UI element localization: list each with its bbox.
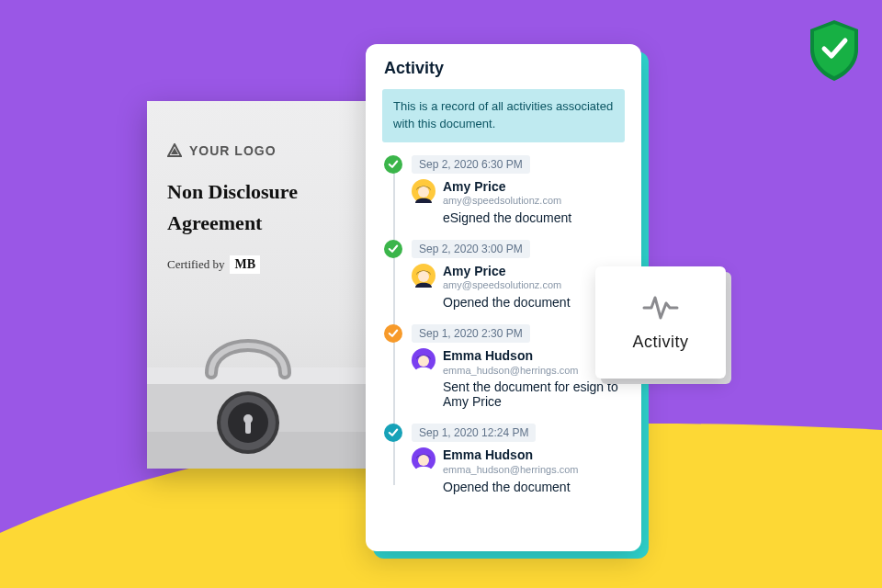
- activity-item[interactable]: Sep 1, 2020 12:24 PMEmma Hudsonemma_huds…: [384, 424, 625, 493]
- svg-rect-9: [245, 419, 251, 434]
- avatar: [412, 264, 435, 288]
- activity-wave-icon: [642, 294, 679, 322]
- status-check-icon: [384, 155, 402, 174]
- svg-rect-2: [147, 377, 400, 441]
- certification-line: Certified by MB: [167, 255, 379, 274]
- activity-action: eSigned the document: [443, 210, 625, 225]
- avatar: [412, 447, 435, 471]
- activity-timestamp: Sep 1, 2020 2:30 PM: [412, 324, 530, 343]
- svg-point-5: [217, 391, 279, 454]
- activity-item[interactable]: Sep 2, 2020 6:30 PMAmy Priceamy@speedsol…: [384, 155, 625, 225]
- brand-logo: YOUR LOGO: [167, 143, 379, 158]
- document-title: Non Disclosure Agreement: [167, 176, 379, 239]
- activity-user-email: emma_hudson@herrings.com: [443, 464, 579, 477]
- activity-user-email: amy@speedsolutionz.com: [443, 279, 561, 292]
- activity-item[interactable]: Sep 2, 2020 3:00 PMAmy Priceamy@speedsol…: [384, 240, 625, 310]
- activity-notice: This is a record of all activities assoc…: [382, 89, 625, 142]
- shield-check-icon: [807, 18, 862, 83]
- certification-brand: MB: [230, 255, 260, 274]
- avatar: [412, 179, 435, 203]
- status-check-icon: [384, 424, 402, 442]
- activity-action: Opened the document: [443, 480, 625, 494]
- activity-timestamp: Sep 1, 2020 12:24 PM: [412, 424, 536, 442]
- document-title-line1: Non Disclosure: [167, 176, 379, 208]
- activity-chip-label: Activity: [632, 333, 688, 352]
- svg-point-7: [228, 402, 268, 443]
- document-title-line2: Agreement: [167, 208, 379, 239]
- svg-point-11: [418, 187, 429, 198]
- padlock-illustration: [147, 294, 400, 469]
- activity-timestamp: Sep 2, 2020 3:00 PM: [412, 240, 530, 258]
- activity-timestamp: Sep 2, 2020 6:30 PM: [412, 155, 530, 174]
- activity-user-name: Amy Price: [443, 179, 561, 196]
- activity-action: Sent the document for esign to Amy Price: [443, 379, 625, 409]
- status-check-icon: [384, 240, 402, 258]
- svg-point-17: [418, 455, 429, 466]
- brand-logo-text: YOUR LOGO: [189, 143, 277, 158]
- svg-point-13: [418, 271, 429, 282]
- avatar: [412, 348, 435, 372]
- activity-user-email: amy@speedsolutionz.com: [443, 195, 561, 208]
- svg-rect-4: [147, 432, 400, 469]
- stage: YOUR LOGO Non Disclosure Agreement Certi…: [0, 0, 882, 588]
- activity-panel-title: Activity: [384, 59, 625, 78]
- svg-rect-3: [147, 368, 400, 384]
- svg-point-6: [220, 395, 276, 450]
- activity-user-name: Amy Price: [443, 264, 561, 280]
- activity-timeline: Sep 2, 2020 6:30 PMAmy Priceamy@speedsol…: [384, 155, 625, 494]
- activity-user-name: Emma Hudson: [443, 348, 579, 365]
- certification-prefix: Certified by: [167, 257, 224, 272]
- activity-user-email: emma_hudson@herrings.com: [443, 365, 579, 378]
- activity-user-name: Emma Hudson: [443, 447, 579, 464]
- document-preview-card: YOUR LOGO Non Disclosure Agreement Certi…: [147, 101, 400, 469]
- svg-point-15: [418, 356, 429, 367]
- svg-point-8: [243, 414, 253, 424]
- brand-logo-icon: [167, 143, 182, 158]
- status-check-icon: [384, 324, 402, 343]
- activity-item[interactable]: Sep 1, 2020 2:30 PMEmma Hudsonemma_hudso…: [384, 324, 625, 409]
- activity-chip[interactable]: Activity: [595, 266, 726, 379]
